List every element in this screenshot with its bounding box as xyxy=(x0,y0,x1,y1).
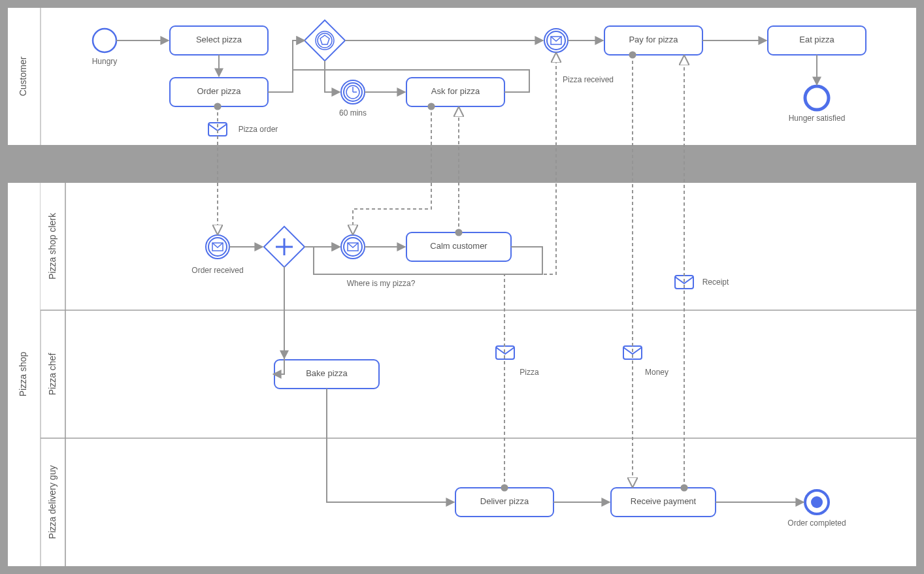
task-receive-payment[interactable]: Receive payment xyxy=(611,488,716,517)
task-select-pizza[interactable]: Select pizza xyxy=(170,26,268,55)
task-order-pizza[interactable]: Order pizza xyxy=(170,78,268,106)
end-event-order-completed-label: Order completed xyxy=(787,518,846,528)
start-event-hungry-label: Hungry xyxy=(92,57,118,66)
lane-chef-label: Pizza chef xyxy=(47,353,58,396)
data-object-pizza-order-label: Pizza order xyxy=(239,125,278,134)
svg-point-50 xyxy=(811,496,823,508)
timer-event-60mins-label: 60 mins xyxy=(339,108,367,118)
task-select-pizza-label: Select pizza xyxy=(196,35,242,44)
task-eat-pizza-label: Eat pizza xyxy=(799,35,834,44)
task-receive-payment-label: Receive payment xyxy=(631,496,697,506)
task-bake-pizza[interactable]: Bake pizza xyxy=(274,360,379,389)
lane-delivery-label: Pizza delivery guy xyxy=(47,466,58,539)
lane-clerk-label: Pizza shop clerk xyxy=(47,212,58,279)
svg-rect-9 xyxy=(65,311,916,438)
task-pay-for-pizza-label: Pay for pizza xyxy=(629,35,678,44)
task-order-pizza-label: Order pizza xyxy=(197,86,241,96)
task-deliver-pizza[interactable]: Deliver pizza xyxy=(455,488,553,517)
task-calm-customer-label: Calm customer xyxy=(430,241,487,251)
svg-point-31 xyxy=(805,86,829,110)
message-event-where-is-my-pizza-label: Where is my pizza? xyxy=(347,279,416,288)
message-event-pizza-received-label: Pizza received xyxy=(563,75,614,84)
data-object-pizza-label: Pizza xyxy=(520,368,539,377)
data-object-money-label: Money xyxy=(645,368,668,377)
task-calm-customer[interactable]: Calm customer xyxy=(406,232,511,261)
task-ask-for-pizza[interactable]: Ask for pizza xyxy=(406,78,504,106)
end-event-hunger-satisfied-label: Hunger satisfied xyxy=(789,114,846,123)
task-ask-for-pizza-label: Ask for pizza xyxy=(431,86,480,96)
task-eat-pizza[interactable]: Eat pizza xyxy=(768,26,866,55)
start-event-hungry[interactable]: Hungry xyxy=(92,29,118,66)
task-bake-pizza-label: Bake pizza xyxy=(306,368,348,378)
data-object-receipt-label: Receipt xyxy=(702,278,729,287)
task-pay-for-pizza[interactable]: Pay for pizza xyxy=(604,26,702,55)
task-deliver-pizza-label: Deliver pizza xyxy=(480,496,529,506)
pool-shop-label: Pizza shop xyxy=(18,352,28,397)
svg-point-13 xyxy=(93,29,116,52)
message-event-order-received-label: Order received xyxy=(191,266,243,275)
pool-customer-label: Customer xyxy=(18,56,28,96)
timer-event-60mins[interactable]: 60 mins xyxy=(339,80,367,118)
